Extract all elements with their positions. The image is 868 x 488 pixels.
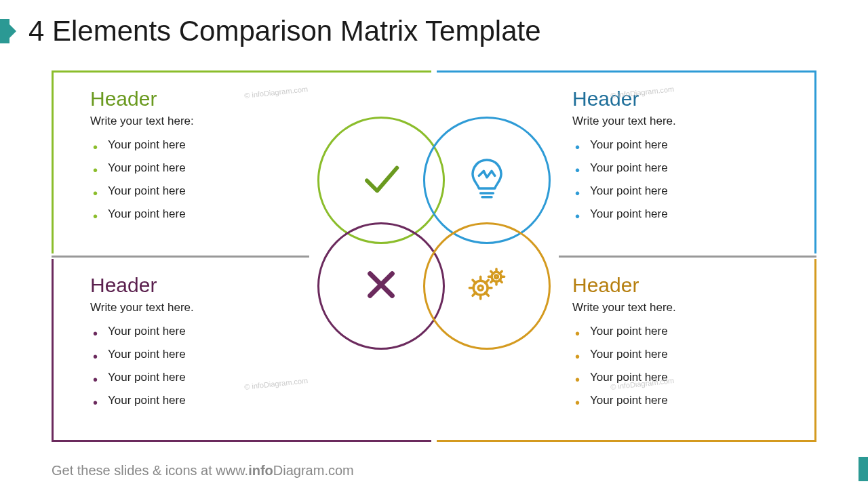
divider-right <box>559 256 816 258</box>
svg-point-1 <box>478 285 483 290</box>
gears-icon <box>463 261 511 311</box>
list-item: Your point here <box>572 157 794 180</box>
list-item: Your point here <box>90 366 411 389</box>
quadrant-list: Your point here Your point here Your poi… <box>572 320 794 412</box>
quadrant-header: Header <box>572 87 794 110</box>
lightbulb-icon <box>463 155 511 205</box>
footer-prefix: Get these slides & icons at www. <box>52 463 248 478</box>
list-item: Your point here <box>572 203 794 226</box>
list-item: Your point here <box>572 366 794 389</box>
accent-left <box>0 19 9 43</box>
list-item: Your point here <box>572 320 794 343</box>
list-item: Your point here <box>572 180 794 203</box>
footer-brand2: Diagram <box>273 463 325 478</box>
accent-right <box>859 457 868 481</box>
footer-brand1: info <box>248 463 273 478</box>
list-item: Your point here <box>572 389 794 412</box>
footer-suffix: .com <box>324 463 353 478</box>
divider-left <box>52 256 309 258</box>
quadrant-subtext: Write your text here. <box>572 115 794 128</box>
quadrant-header: Header <box>572 274 794 297</box>
circle-bottom-right <box>423 222 551 350</box>
footer-text: Get these slides & icons at www.infoDiag… <box>52 463 354 479</box>
center-circle-cluster <box>317 117 551 350</box>
quadrant-list: Your point here Your point here Your poi… <box>572 134 794 226</box>
svg-point-3 <box>495 275 498 279</box>
quadrant-subtext: Write your text here. <box>572 301 794 314</box>
cross-icon <box>357 261 405 311</box>
matrix: Header Write your text here: Your point … <box>52 70 816 442</box>
list-item: Your point here <box>90 389 411 412</box>
check-icon <box>357 155 405 205</box>
slide-title: 4 Elements Comparison Matrix Template <box>28 15 541 47</box>
quadrant-header: Header <box>90 87 411 110</box>
list-item: Your point here <box>572 134 794 157</box>
list-item: Your point here <box>572 343 794 366</box>
